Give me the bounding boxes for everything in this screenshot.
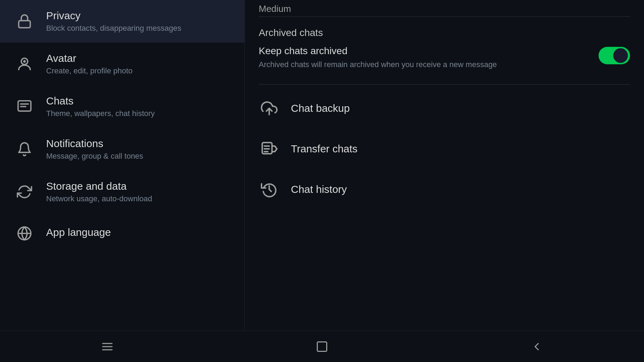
back-nav-button[interactable] <box>523 336 551 357</box>
mid-divider <box>259 84 630 85</box>
privacy-text: Privacy Block contacts, disappearing mes… <box>46 10 181 33</box>
storage-text: Storage and data Network usage, auto-dow… <box>46 180 152 203</box>
privacy-title: Privacy <box>46 10 181 22</box>
keep-archived-text: Keep chats archived Archived chats will … <box>259 45 599 70</box>
svg-rect-16 <box>317 342 327 351</box>
bell-icon <box>14 139 35 160</box>
avatar-icon <box>14 53 35 74</box>
transfer-chats-label: Transfer chats <box>291 143 358 155</box>
notifications-text: Notifications Message, group & call tone… <box>46 138 143 161</box>
app-language-title: App language <box>46 226 111 238</box>
storage-menu-item[interactable]: Storage and data Network usage, auto-dow… <box>0 171 244 213</box>
keep-archived-sub: Archived chats will remain archived when… <box>259 59 588 70</box>
storage-icon <box>14 181 35 202</box>
privacy-menu-item[interactable]: Privacy Block contacts, disappearing mes… <box>0 0 244 43</box>
transfer-chats-item[interactable]: Transfer chats <box>259 129 630 169</box>
avatar-subtitle: Create, edit, profile photo <box>46 66 133 75</box>
chat-history-label: Chat history <box>291 183 347 195</box>
archived-chats-section: Archived chats Keep chats archived Archi… <box>259 17 630 84</box>
menu-nav-button[interactable] <box>93 336 121 357</box>
left-panel: Privacy Block contacts, disappearing mes… <box>0 0 245 362</box>
lock-icon <box>14 11 35 32</box>
storage-title: Storage and data <box>46 180 152 192</box>
transfer-icon <box>259 138 280 159</box>
avatar-text: Avatar Create, edit, profile photo <box>46 52 133 75</box>
app-language-menu-item[interactable]: App language <box>0 213 244 254</box>
app-language-text: App language <box>46 226 111 240</box>
keep-archived-toggle[interactable] <box>599 47 630 64</box>
chats-title: Chats <box>46 95 155 107</box>
archived-chats-title: Archived chats <box>259 20 630 38</box>
home-nav-button[interactable] <box>308 336 336 357</box>
toggle-knob <box>613 48 628 63</box>
svg-rect-0 <box>19 21 30 28</box>
history-icon <box>259 179 280 200</box>
chat-backup-item[interactable]: Chat backup <box>259 88 630 129</box>
right-panel: Medium Archived chats Keep chats archive… <box>245 0 644 362</box>
storage-subtitle: Network usage, auto-download <box>46 194 152 203</box>
chats-subtitle: Theme, wallpapers, chat history <box>46 109 155 118</box>
chat-options-section: Chat backup Transfer chats <box>259 88 630 210</box>
notifications-menu-item[interactable]: Notifications Message, group & call tone… <box>0 128 244 171</box>
chat-history-item[interactable]: Chat history <box>259 169 630 210</box>
top-label: Medium <box>259 0 630 16</box>
privacy-subtitle: Block contacts, disappearing messages <box>46 24 181 33</box>
chats-menu-item[interactable]: Chats Theme, wallpapers, chat history <box>0 85 244 128</box>
avatar-menu-item[interactable]: Avatar Create, edit, profile photo <box>0 43 244 85</box>
bottom-nav <box>0 331 644 362</box>
keep-archived-main: Keep chats archived <box>259 45 588 57</box>
notifications-title: Notifications <box>46 138 143 150</box>
svg-point-2 <box>23 60 26 63</box>
chat-backup-label: Chat backup <box>291 102 350 114</box>
globe-icon <box>14 223 35 244</box>
avatar-title: Avatar <box>46 52 133 64</box>
keep-archived-row: Keep chats archived Archived chats will … <box>259 38 630 77</box>
chats-text: Chats Theme, wallpapers, chat history <box>46 95 155 118</box>
cloud-upload-icon <box>259 98 280 119</box>
notifications-subtitle: Message, group & call tones <box>46 152 143 161</box>
chats-icon <box>14 96 35 117</box>
